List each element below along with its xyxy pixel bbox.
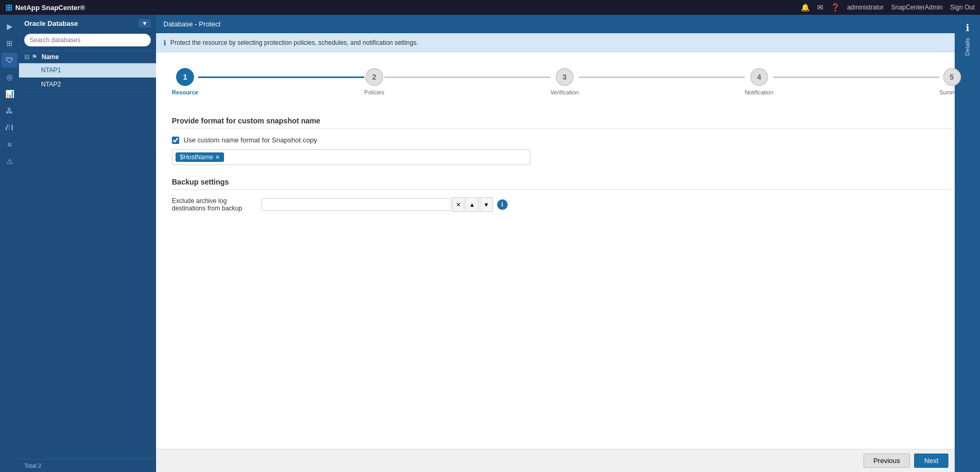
info-bar: ℹ Protect the resource by selecting prot… bbox=[156, 33, 980, 52]
archive-log-row: Exclude archive log destinations from ba… bbox=[172, 197, 964, 212]
table-header-icons: ⊟ ⚑ bbox=[24, 53, 37, 61]
signout-link[interactable]: Sign Out bbox=[950, 4, 975, 11]
flag-icon[interactable]: ⚑ bbox=[32, 53, 37, 61]
step-connector-3 bbox=[579, 76, 745, 78]
step-label-1: Resource bbox=[172, 89, 198, 95]
step-1: 1 Resource bbox=[172, 68, 198, 95]
archive-log-input[interactable] bbox=[261, 198, 451, 211]
navbar-right: 🔔 ✉ ❓ administrator SnapCenterAdmin Sign… bbox=[801, 3, 975, 12]
step-connector-2 bbox=[384, 76, 550, 78]
hostname-tag-close-icon[interactable]: ✕ bbox=[215, 154, 220, 161]
step-3: 3 Verification bbox=[550, 68, 579, 95]
archive-log-up-button[interactable]: ▲ bbox=[465, 197, 479, 212]
bell-icon[interactable]: 🔔 bbox=[801, 3, 810, 12]
custom-name-label: Use custom name format for Snapshot copy bbox=[183, 136, 317, 144]
navbar-brand: NetApp SnapCenter® bbox=[15, 4, 85, 12]
panel-header: Database - Protect ✕ bbox=[156, 15, 980, 33]
left-panel-header: Oracle Database ▼ bbox=[19, 15, 156, 32]
snapshot-section-title: Provide format for custom snapshot name bbox=[172, 117, 964, 129]
list-item[interactable]: NTAP1 bbox=[19, 63, 156, 78]
step-4: 4 Notification bbox=[745, 68, 773, 95]
custom-name-checkbox[interactable] bbox=[172, 137, 179, 144]
filter-icon[interactable]: ⊟ bbox=[24, 53, 30, 61]
nav-grid-icon[interactable]: ⊞ bbox=[2, 36, 17, 51]
nav-shield-icon[interactable]: 🛡 bbox=[2, 53, 17, 68]
step-circle-1: 1 bbox=[176, 68, 194, 86]
ntap2-label: NTAP2 bbox=[41, 81, 61, 88]
archive-log-info-button[interactable]: i bbox=[497, 199, 508, 210]
table-header: ⊟ ⚑ Name bbox=[19, 51, 156, 63]
wizard-body: 1 Resource 2 Policies 3 Verification 4 N… bbox=[156, 52, 980, 449]
name-column-header: Name bbox=[42, 53, 59, 61]
previous-button[interactable]: Previous bbox=[863, 454, 910, 468]
step-circle-5: 5 bbox=[943, 68, 961, 86]
main-content: Database - Protect ✕ ℹ Protect the resou… bbox=[156, 15, 980, 472]
account-label[interactable]: SnapCenterAdmin bbox=[891, 4, 943, 11]
wizard-footer: Previous Next bbox=[156, 449, 980, 472]
stepper: 1 Resource 2 Policies 3 Verification 4 N… bbox=[172, 63, 964, 101]
backup-section: Backup settings Exclude archive log dest… bbox=[172, 178, 964, 212]
app-container: ▶ ⊞ 🛡 ◎ 📊 🖧 ⛙ ≡ ⚠ Oracle Database ▼ ⊟ ⚑ … bbox=[0, 15, 980, 472]
total-label: Total 2 bbox=[24, 463, 41, 469]
search-input[interactable] bbox=[24, 34, 151, 46]
snapshot-tag-input-area[interactable]: $HostName ✕ bbox=[172, 149, 530, 165]
sidebar-icons: ▶ ⊞ 🛡 ◎ 📊 🖧 ⛙ ≡ ⚠ bbox=[0, 15, 19, 472]
details-info-icon[interactable]: ℹ bbox=[966, 22, 969, 34]
filter-button[interactable]: ▼ bbox=[139, 19, 151, 27]
info-message: Protect the resource by selecting protec… bbox=[170, 39, 418, 46]
hostname-tag-value: $HostName bbox=[180, 153, 213, 161]
nav-globe-icon[interactable]: ◎ bbox=[2, 70, 17, 84]
nav-chart-icon[interactable]: 📊 bbox=[2, 86, 17, 101]
next-button[interactable]: Next bbox=[914, 454, 948, 468]
nav-alert-icon[interactable]: ⚠ bbox=[2, 154, 17, 169]
step-2: 2 Policies bbox=[364, 68, 384, 95]
archive-log-label: Exclude archive log destinations from ba… bbox=[172, 197, 256, 212]
archive-log-controls: ✕ ▲ ▼ i bbox=[261, 197, 508, 212]
details-side-panel: ℹ Details bbox=[955, 15, 980, 472]
details-label: Details bbox=[964, 38, 971, 56]
panel-title: Database - Protect bbox=[163, 20, 220, 28]
nav-topology-icon[interactable]: ⛙ bbox=[2, 120, 17, 135]
step-label-2: Policies bbox=[364, 89, 384, 95]
step-circle-4: 4 bbox=[750, 68, 768, 86]
left-panel: Oracle Database ▼ ⊟ ⚑ Name NTAP1 NTAP2 T… bbox=[19, 15, 156, 472]
left-panel-footer: Total 2 bbox=[19, 459, 156, 472]
nav-server-icon[interactable]: 🖧 bbox=[2, 103, 17, 118]
step-circle-2: 2 bbox=[365, 68, 383, 86]
backup-section-title: Backup settings bbox=[172, 178, 964, 190]
nav-list-icon[interactable]: ≡ bbox=[2, 137, 17, 152]
step-circle-3: 3 bbox=[556, 68, 574, 86]
archive-log-clear-button[interactable]: ✕ bbox=[452, 197, 464, 212]
hostname-tag: $HostName ✕ bbox=[176, 152, 224, 162]
help-icon[interactable]: ❓ bbox=[831, 3, 840, 12]
db-list: NTAP1 NTAP2 bbox=[19, 63, 156, 459]
step-label-3: Verification bbox=[550, 89, 579, 95]
archive-log-down-button[interactable]: ▼ bbox=[480, 197, 493, 212]
step-connector-4 bbox=[773, 76, 939, 78]
user-label[interactable]: administrator bbox=[847, 4, 884, 11]
ntap1-link[interactable]: NTAP1 bbox=[41, 66, 61, 74]
netapp-logo-icon: ⊞ bbox=[5, 3, 12, 13]
info-bar-left: ℹ Protect the resource by selecting prot… bbox=[163, 38, 418, 47]
snapshot-section: Provide format for custom snapshot name … bbox=[172, 117, 964, 165]
navbar-left: ⊞ NetApp SnapCenter® bbox=[5, 3, 85, 13]
info-circle-icon: ℹ bbox=[163, 38, 166, 47]
list-item[interactable]: NTAP2 bbox=[19, 78, 156, 92]
navbar: ⊞ NetApp SnapCenter® 🔔 ✉ ❓ administrator… bbox=[0, 0, 980, 15]
step-connector-1 bbox=[198, 76, 364, 78]
step-label-4: Notification bbox=[745, 89, 773, 95]
nav-expand-icon[interactable]: ▶ bbox=[2, 19, 17, 34]
custom-name-checkbox-row: Use custom name format for Snapshot copy bbox=[172, 136, 964, 144]
mail-icon[interactable]: ✉ bbox=[817, 3, 823, 12]
search-box bbox=[24, 34, 151, 46]
oracle-db-title: Oracle Database bbox=[24, 20, 78, 27]
